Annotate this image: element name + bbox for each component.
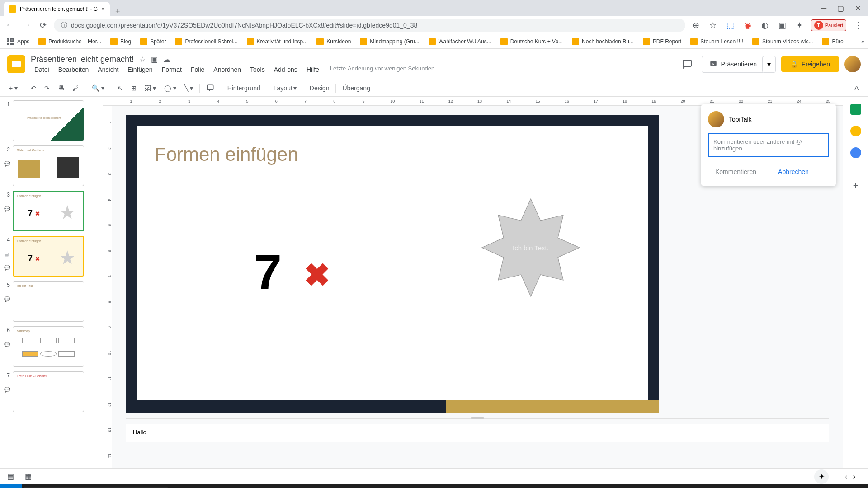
spotify-icon[interactable]: ● [443, 484, 465, 488]
bookmark-item[interactable]: Wahlfächer WU Aus... [425, 36, 495, 47]
slide-canvas[interactable]: Formen einfügen 7 ✖ Ich bin Text. [126, 115, 659, 413]
excel-icon[interactable]: X [262, 484, 284, 488]
zoom-icon[interactable]: ⊕ [691, 19, 701, 32]
star-document-icon[interactable]: ☆ [139, 55, 146, 64]
last-edit-text[interactable]: Letzte Änderung vor wenigen Sekunden [330, 65, 434, 74]
slide-thumbnail-4[interactable]: Formen einfügen 7✖ [13, 236, 84, 277]
menu-addons[interactable]: Add-ons [270, 65, 301, 74]
extension-icon-2[interactable]: ◉ [742, 19, 753, 32]
move-document-icon[interactable]: ▣ [151, 55, 158, 64]
browser-tab[interactable]: Präsentieren leicht gemacht! - G × [4, 2, 110, 16]
chrome-icon[interactable]: 🔵 [353, 484, 374, 488]
word-icon[interactable]: W [240, 484, 261, 488]
comment-input[interactable] [708, 133, 829, 157]
comment-indicator-icon[interactable]: 💬 [4, 296, 9, 302]
close-window-icon[interactable]: ✕ [855, 4, 861, 13]
menu-insert[interactable]: Einfügen [124, 65, 156, 74]
slide-thumbnail-7[interactable]: Erste Folie – Beispiel [13, 371, 84, 412]
menu-format[interactable]: Format [158, 65, 185, 74]
new-slide-button[interactable]: + ▾ [5, 82, 21, 94]
comment-indicator-icon[interactable]: 💬 [4, 161, 9, 166]
start-button[interactable] [0, 484, 22, 488]
star-icon[interactable]: ☆ [708, 19, 718, 32]
bookmark-item[interactable]: Professionell Schrei... [171, 36, 241, 47]
paint-format-button[interactable]: 🖌 [69, 82, 82, 94]
bookmark-item[interactable]: Kreativität und Insp... [243, 36, 311, 47]
line-tool[interactable]: ╲ ▾ [181, 82, 197, 94]
notes-drag-handle[interactable] [471, 417, 484, 419]
cloud-save-icon[interactable]: ☁ [163, 55, 170, 64]
next-slide-icon[interactable]: › [853, 473, 855, 481]
account-avatar[interactable] [844, 56, 861, 72]
layout-button[interactable]: Layout ▾ [270, 82, 300, 94]
undo-button[interactable]: ↶ [27, 82, 40, 94]
bookmark-item[interactable]: Mindmapping (Gru... [356, 36, 423, 47]
reload-icon[interactable]: ⟳ [38, 19, 48, 32]
document-title[interactable]: Präsentieren leicht gemacht! [31, 55, 134, 64]
prev-slide-icon[interactable]: ‹ [845, 473, 847, 481]
select-tool[interactable]: ↖ [114, 82, 127, 94]
app-icon-2[interactable]: ▦ [398, 484, 420, 488]
zoom-button[interactable]: 🔍 ▾ [88, 82, 108, 94]
close-tab-icon[interactable]: × [101, 6, 104, 12]
bookmark-item[interactable]: Noch hochladen Bu... [568, 36, 637, 47]
filmstrip-view-icon[interactable]: ▤ [7, 472, 14, 481]
menu-tools[interactable]: Tools [246, 65, 269, 74]
explore-button[interactable]: ✦ [814, 469, 829, 484]
bookmark-item[interactable]: Blog [107, 36, 135, 47]
apps-shortcut[interactable]: Apps [4, 36, 33, 47]
menu-view[interactable]: Ansicht [94, 65, 122, 74]
bookmark-item[interactable]: Deutsche Kurs + Vo... [497, 36, 566, 47]
slide-x-shape[interactable]: ✖ [304, 257, 330, 294]
menu-slide[interactable]: Folie [187, 65, 208, 74]
slide-star-shape[interactable]: Ich bin Text. [476, 193, 585, 302]
calendar-icon[interactable] [850, 104, 861, 115]
redo-button[interactable]: ↷ [41, 82, 53, 94]
add-addon-icon[interactable]: + [850, 180, 861, 191]
image-tool[interactable]: 🖼 ▾ [141, 82, 160, 94]
edge-icon[interactable]: 🌐 [217, 484, 239, 488]
slide-thumbnail-3[interactable]: Formen einfügen 7✖ [13, 191, 84, 231]
bookmark-item[interactable]: Später [137, 36, 170, 47]
comment-history-button[interactable] [678, 55, 696, 73]
present-button[interactable]: Präsentieren [702, 56, 764, 73]
slides-logo-icon[interactable] [7, 55, 25, 73]
minimize-icon[interactable]: ─ [821, 4, 826, 12]
transition-button[interactable]: Übergang [339, 82, 374, 94]
bookmarks-overflow-icon[interactable]: » [861, 38, 864, 45]
background-button[interactable]: Hintergrund [224, 82, 264, 94]
explorer-icon[interactable]: 📁 [194, 484, 216, 488]
comment-indicator-icon[interactable]: 💬 [4, 342, 9, 347]
slide-thumbnail-1[interactable]: Präsentieren leicht gemacht! [13, 100, 84, 141]
extension-icon-4[interactable]: ▣ [777, 19, 788, 32]
extension-icon-1[interactable]: ⬚ [725, 19, 736, 32]
app-icon[interactable]: ◉ [307, 484, 329, 488]
address-bar[interactable]: ⓘ docs.google.com/presentation/d/1yV372S… [54, 19, 685, 32]
textbox-tool[interactable]: ⊞ [127, 82, 140, 94]
slide-number-shape[interactable]: 7 [254, 243, 282, 300]
maximize-icon[interactable]: ▢ [837, 4, 844, 13]
bookmark-item[interactable]: Steuern Videos wic... [749, 36, 817, 47]
new-tab-button[interactable]: + [110, 7, 126, 16]
extension-icon-3[interactable]: ◐ [760, 19, 770, 32]
slide-thumbnail-2[interactable]: Bilder und Grafiken [13, 145, 84, 186]
design-button[interactable]: Design [306, 82, 333, 94]
slide-thumbnail-6[interactable]: Mindmap [13, 326, 84, 367]
present-dropdown-button[interactable]: ▾ [762, 56, 776, 73]
comment-indicator-icon[interactable]: 💬 [4, 265, 9, 270]
bookmark-item[interactable]: Steuern Lesen !!!! [687, 36, 747, 47]
speaker-notes[interactable]: Hallo [126, 424, 829, 442]
comment-cancel-button[interactable]: Abbrechen [771, 164, 816, 179]
bookmark-item[interactable]: Büro [818, 36, 847, 47]
extensions-menu-icon[interactable]: ✦ [794, 19, 805, 32]
task-view-icon[interactable]: ⊞ [172, 484, 193, 488]
menu-arrange[interactable]: Anordnen [210, 65, 245, 74]
back-icon[interactable]: ← [4, 19, 15, 32]
menu-help[interactable]: Hilfe [303, 65, 323, 74]
slide-thumbnail-5[interactable]: Ich bin Titel. [13, 281, 84, 322]
collapse-toolbar-icon[interactable]: ᐱ [851, 82, 863, 94]
slide-heading[interactable]: Formen einfügen [155, 144, 630, 165]
keep-icon[interactable] [850, 126, 861, 136]
comment-tool[interactable] [203, 81, 218, 95]
obs-icon[interactable]: ⚫ [330, 484, 352, 488]
